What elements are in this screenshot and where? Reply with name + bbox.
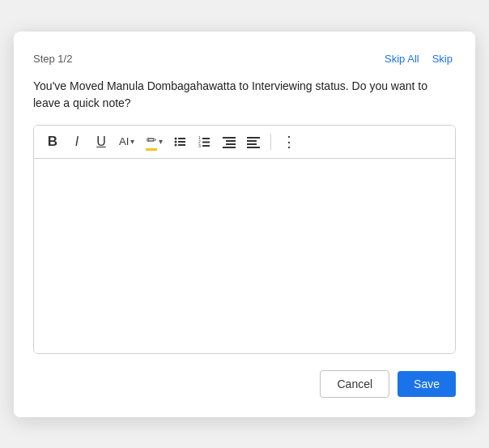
cancel-button[interactable]: Cancel — [320, 370, 389, 398]
highlight-icon: ✏ — [146, 133, 157, 151]
dialog-header: Step 1/2 Skip All Skip — [33, 51, 456, 66]
svg-rect-5 — [178, 144, 185, 146]
more-options-button[interactable]: ⋮ — [278, 130, 301, 153]
svg-point-0 — [175, 137, 177, 139]
toolbar-divider — [270, 134, 271, 150]
numbered-list-icon: 1 2 3 — [198, 135, 211, 148]
indent-decrease-icon — [223, 135, 236, 148]
svg-rect-13 — [226, 140, 236, 142]
svg-rect-12 — [223, 137, 236, 139]
font-size-chevron-icon: ▾ — [130, 137, 134, 146]
toolbar: B I U AI ▾ ✏ ▾ — [34, 126, 455, 159]
highlight-bar — [146, 148, 157, 151]
message-text: You've Moved Manula Dombagahawatta to In… — [33, 78, 456, 112]
more-options-icon: ⋮ — [282, 133, 297, 151]
svg-rect-1 — [178, 138, 185, 139]
svg-rect-16 — [247, 137, 260, 139]
font-size-button[interactable]: AI ▾ — [115, 130, 138, 153]
indent-decrease-button[interactable] — [219, 130, 240, 153]
svg-rect-19 — [247, 147, 260, 148]
svg-rect-14 — [226, 143, 236, 145]
svg-rect-15 — [223, 147, 236, 148]
indent-increase-button[interactable] — [243, 130, 264, 153]
font-size-label: AI — [119, 135, 129, 147]
underline-button[interactable]: U — [91, 130, 112, 153]
italic-button[interactable]: I — [66, 130, 87, 153]
svg-rect-3 — [178, 141, 185, 143]
header-actions: Skip All Skip — [381, 51, 456, 66]
svg-rect-9 — [202, 141, 210, 143]
bullet-list-icon — [174, 135, 187, 148]
svg-rect-7 — [202, 138, 210, 139]
svg-rect-11 — [202, 145, 210, 147]
svg-rect-17 — [247, 140, 257, 142]
bullet-list-button[interactable] — [170, 130, 191, 153]
svg-text:3: 3 — [198, 143, 201, 148]
bold-button[interactable]: B — [42, 130, 63, 153]
save-button[interactable]: Save — [398, 371, 456, 397]
svg-point-4 — [175, 143, 177, 146]
dialog-footer: Cancel Save — [33, 370, 456, 398]
editor-container: B I U AI ▾ ✏ ▾ — [33, 125, 456, 354]
step-label: Step 1/2 — [33, 53, 72, 65]
numbered-list-button[interactable]: 1 2 3 — [194, 130, 215, 153]
svg-rect-18 — [247, 143, 257, 145]
editor-body[interactable] — [34, 159, 455, 353]
highlight-button[interactable]: ✏ ▾ — [142, 130, 167, 153]
skip-button[interactable]: Skip — [429, 51, 456, 66]
svg-point-2 — [175, 140, 177, 143]
highlight-chevron-icon: ▾ — [159, 137, 163, 146]
skip-all-button[interactable]: Skip All — [381, 51, 423, 66]
indent-increase-icon — [247, 135, 260, 148]
dialog: Step 1/2 Skip All Skip You've Moved Manu… — [14, 32, 475, 417]
